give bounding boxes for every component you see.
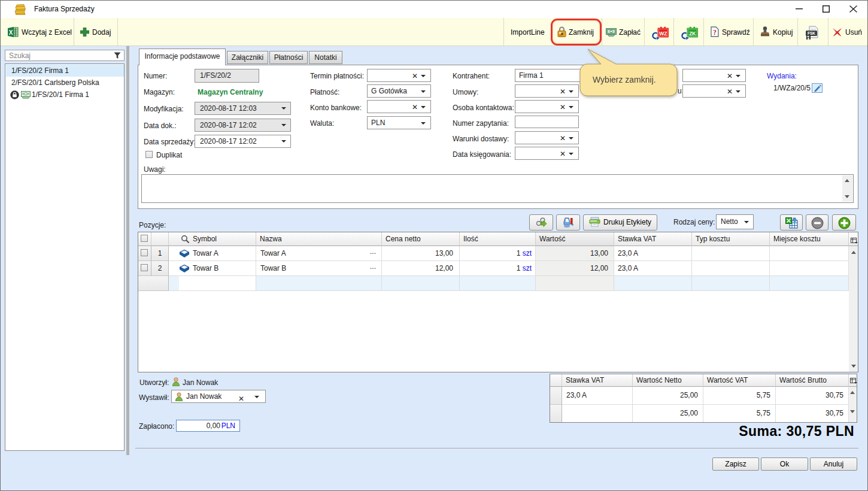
svg-text:?: ? (713, 28, 717, 37)
svg-text:ZK: ZK (689, 31, 696, 37)
svg-text:Wybierz zamknij.: Wybierz zamknij. (593, 75, 656, 84)
svg-text:WZ: WZ (659, 31, 667, 37)
svg-text:FSK: FSK (808, 31, 815, 35)
svg-text:X: X (9, 29, 13, 36)
